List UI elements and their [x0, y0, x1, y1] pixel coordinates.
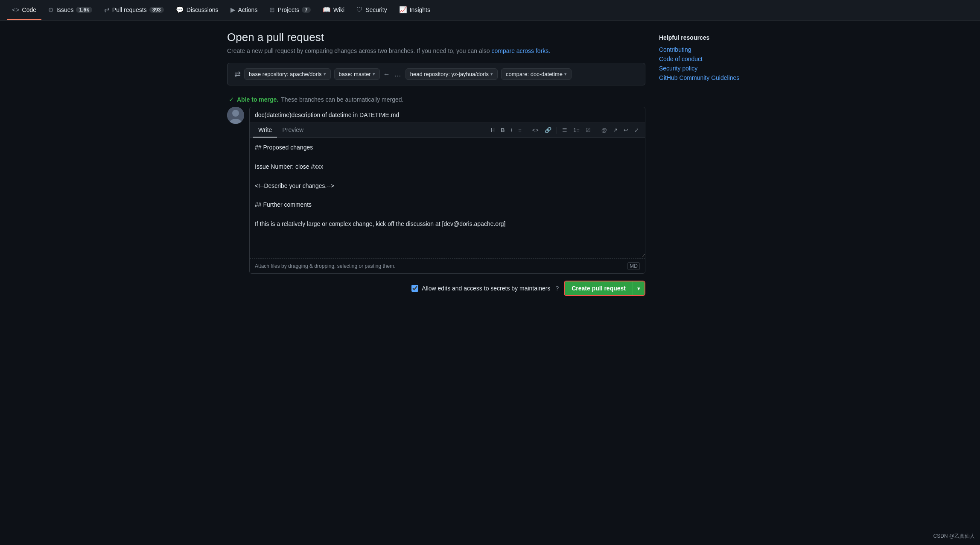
nav-label-security: Security — [365, 6, 387, 13]
page-title: Open a pull request — [227, 31, 645, 44]
nav-item-insights[interactable]: 📈 Insights — [394, 0, 435, 20]
base-repo-button[interactable]: base repository: apache/doris ▾ — [244, 68, 331, 80]
toolbar-task-list-button[interactable]: ☑ — [583, 126, 593, 135]
wiki-icon: 📖 — [323, 6, 331, 14]
pr-form: Write Preview H B I ≡ <> 🔗 ☰ 1≡ — [227, 107, 645, 274]
toolbar-divider-3 — [596, 127, 596, 134]
projects-badge: 7 — [302, 7, 311, 13]
pr-body-textarea[interactable]: ## Proposed changes Issue Number: close … — [250, 138, 645, 257]
base-branch-button[interactable]: base: master ▾ — [334, 68, 380, 80]
page-subtitle: Create a new pull request by comparing c… — [227, 47, 645, 54]
editor-tabs: Write Preview H B I ≡ <> 🔗 ☰ 1≡ — [250, 123, 645, 138]
issues-badge: 1.6k — [76, 7, 92, 13]
create-pr-button-group: Create pull request ▾ — [564, 281, 645, 296]
security-icon: 🛡 — [356, 6, 363, 13]
nav-label-wiki: Wiki — [333, 6, 344, 13]
svg-point-1 — [232, 110, 239, 117]
toolbar-mention-button[interactable]: @ — [599, 126, 610, 135]
branch-swap-icon: ⇄ — [234, 70, 241, 79]
projects-icon: ⊞ — [269, 6, 275, 14]
nav-label-projects: Projects — [277, 6, 299, 13]
dots-icon: … — [394, 70, 401, 78]
helpful-links: Contributing Code of conduct Security po… — [659, 46, 753, 81]
nav-label-discussions: Discussions — [187, 6, 219, 13]
nav-item-security[interactable]: 🛡 Security — [351, 0, 392, 20]
editor-toolbar: H B I ≡ <> 🔗 ☰ 1≡ ☑ @ ↗ ↩ — [488, 124, 642, 136]
pr-form-body: Write Preview H B I ≡ <> 🔗 ☰ 1≡ — [249, 107, 645, 274]
security-policy-link[interactable]: Security policy — [659, 65, 753, 72]
head-repo-chevron-icon: ▾ — [490, 71, 493, 77]
toolbar-code-button[interactable]: <> — [530, 126, 541, 135]
helpful-resources-title: Helpful resources — [659, 34, 753, 41]
merge-status-label: Able to merge. — [237, 96, 278, 103]
branch-selector-bar: ⇄ base repository: apache/doris ▾ base: … — [227, 63, 645, 85]
nav-item-discussions[interactable]: 💬 Discussions — [171, 0, 224, 20]
nav-label-insights: Insights — [410, 6, 430, 13]
nav-item-pull-requests[interactable]: ⇄ Pull requests 393 — [99, 0, 169, 20]
help-icon[interactable]: ? — [555, 285, 559, 292]
base-branch-chevron-icon: ▾ — [373, 71, 375, 77]
top-navigation: <> Code ⊙ Issues 1.6k ⇄ Pull requests 39… — [0, 0, 980, 21]
toolbar-reference-button[interactable]: ↗ — [610, 126, 620, 135]
bottom-row: Allow edits and access to secrets by mai… — [227, 281, 645, 296]
markdown-icon: MD — [627, 262, 640, 270]
merge-checkmark-icon: ✓ — [229, 96, 234, 103]
nav-item-issues[interactable]: ⊙ Issues 1.6k — [43, 0, 97, 20]
head-repo-button[interactable]: head repository: yz-jayhua/doris ▾ — [405, 68, 498, 80]
nav-item-wiki[interactable]: 📖 Wiki — [318, 0, 350, 20]
base-repo-chevron-icon: ▾ — [324, 71, 326, 77]
toolbar-heading-button[interactable]: H — [488, 126, 497, 135]
toolbar-unordered-list-button[interactable]: ☰ — [560, 126, 570, 135]
pr-title-input[interactable] — [250, 107, 645, 123]
create-pr-dropdown-button[interactable]: ▾ — [633, 281, 645, 295]
toolbar-divider-1 — [527, 127, 527, 134]
discussions-icon: 💬 — [176, 6, 184, 14]
watermark: CSDN @乙真仙人 — [933, 533, 975, 540]
code-icon: <> — [12, 6, 20, 13]
code-of-conduct-link[interactable]: Code of conduct — [659, 56, 753, 62]
toolbar-divider-2 — [557, 127, 557, 134]
actions-icon: ▶ — [230, 6, 236, 14]
avatar — [227, 107, 244, 124]
pull-requests-icon: ⇄ — [104, 6, 110, 14]
nav-label-pull-requests: Pull requests — [112, 6, 147, 13]
toolbar-reply-button[interactable]: ↩ — [621, 126, 631, 135]
merge-status: ✓ Able to merge. These branches can be a… — [227, 92, 645, 107]
attach-files-label: Attach files by dragging & dropping, sel… — [255, 263, 396, 269]
nav-item-code[interactable]: <> Code — [7, 0, 41, 20]
tab-write[interactable]: Write — [253, 123, 277, 138]
nav-label-issues: Issues — [56, 6, 73, 13]
merge-status-description: These branches can be automatically merg… — [281, 96, 403, 103]
nav-label-actions: Actions — [238, 6, 258, 13]
toolbar-quote-button[interactable]: ≡ — [516, 126, 524, 135]
left-column: Open a pull request Create a new pull re… — [227, 31, 645, 296]
pull-requests-badge: 393 — [149, 7, 164, 13]
toolbar-link-button[interactable]: 🔗 — [542, 126, 554, 135]
allow-edits-checkbox[interactable] — [411, 285, 418, 292]
compare-branch-chevron-icon: ▾ — [564, 71, 567, 77]
issues-icon: ⊙ — [48, 6, 54, 14]
tab-preview[interactable]: Preview — [277, 123, 309, 138]
dropdown-arrow-icon: ▾ — [637, 285, 640, 292]
insights-icon: 📈 — [399, 6, 407, 14]
compare-forks-link[interactable]: compare across forks. — [491, 47, 550, 54]
allow-edits-label[interactable]: Allow edits and access to secrets by mai… — [411, 285, 550, 292]
toolbar-bold-button[interactable]: B — [498, 126, 507, 135]
toolbar-italic-button[interactable]: I — [508, 126, 515, 135]
toolbar-ordered-list-button[interactable]: 1≡ — [571, 126, 582, 135]
toolbar-fullscreen-button[interactable]: ⤢ — [632, 126, 642, 135]
github-community-guidelines-link[interactable]: GitHub Community Guidelines — [659, 74, 753, 81]
create-pr-button[interactable]: Create pull request — [565, 281, 633, 295]
arrow-left-icon: ← — [383, 70, 390, 78]
contributing-link[interactable]: Contributing — [659, 46, 753, 53]
nav-item-projects[interactable]: ⊞ Projects 7 — [264, 0, 315, 20]
attach-files-row: Attach files by dragging & dropping, sel… — [250, 258, 645, 273]
main-content: Open a pull request Create a new pull re… — [217, 21, 763, 306]
nav-label-code: Code — [22, 6, 36, 13]
nav-item-actions[interactable]: ▶ Actions — [225, 0, 263, 20]
compare-branch-button[interactable]: compare: doc-datetime ▾ — [501, 68, 572, 80]
right-sidebar: Helpful resources Contributing Code of c… — [659, 31, 753, 296]
